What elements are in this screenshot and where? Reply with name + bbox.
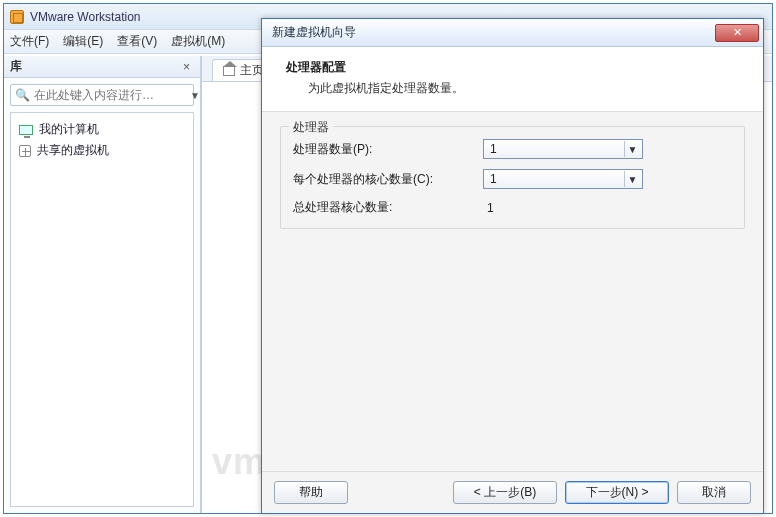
chevron-down-icon: ▼ (624, 171, 640, 187)
chevron-down-icon: ▼ (624, 141, 640, 157)
next-button[interactable]: 下一步(N) > (565, 481, 669, 504)
dialog-body: 处理器 处理器数量(P): 1 ▼ 每个处理器的核心数量(C): 1 ▼ 总处理… (262, 112, 763, 229)
dialog-titlebar[interactable]: 新建虚拟机向导 ✕ (262, 19, 763, 47)
shared-icon (19, 145, 31, 157)
processor-groupbox: 处理器 处理器数量(P): 1 ▼ 每个处理器的核心数量(C): 1 ▼ 总处理… (280, 126, 745, 229)
sidebar-tree[interactable]: 我的计算机 共享的虚拟机 (10, 112, 194, 507)
dialog-header-title: 处理器配置 (280, 59, 745, 76)
sidebar: 库 × 🔍 ▼ 我的计算机 共享的虚拟机 (4, 56, 201, 513)
help-button[interactable]: 帮助 (274, 481, 348, 504)
cores-per-processor-value: 1 (490, 172, 497, 186)
processor-count-label: 处理器数量(P): (293, 141, 483, 158)
sidebar-item-my-computer[interactable]: 我的计算机 (15, 119, 189, 140)
row-total-cores: 总处理器核心数量: 1 (293, 199, 732, 216)
dialog-footer: 帮助 < 上一步(B) 下一步(N) > 取消 (262, 471, 763, 513)
sidebar-close-icon[interactable]: × (179, 60, 194, 74)
sidebar-search-wrap: 🔍 ▼ (4, 78, 200, 112)
menu-edit[interactable]: 编辑(E) (63, 33, 103, 50)
total-cores-value: 1 (483, 201, 494, 215)
dialog-header-subtitle: 为此虚拟机指定处理器数量。 (280, 80, 745, 97)
menu-view[interactable]: 查看(V) (117, 33, 157, 50)
sidebar-item-shared-vms[interactable]: 共享的虚拟机 (15, 140, 189, 161)
back-button[interactable]: < 上一步(B) (453, 481, 557, 504)
new-vm-wizard-dialog: 新建虚拟机向导 ✕ 处理器配置 为此虚拟机指定处理器数量。 处理器 处理器数量(… (261, 18, 764, 514)
main-window-title: VMware Workstation (30, 10, 140, 24)
dialog-close-button[interactable]: ✕ (715, 24, 759, 42)
sidebar-item-label: 我的计算机 (39, 121, 99, 138)
dialog-title: 新建虚拟机向导 (272, 24, 356, 41)
cores-per-processor-combo[interactable]: 1 ▼ (483, 169, 643, 189)
monitor-icon (19, 125, 33, 135)
total-cores-label: 总处理器核心数量: (293, 199, 483, 216)
sidebar-header: 库 × (4, 56, 200, 78)
search-icon: 🔍 (15, 88, 32, 102)
sidebar-title: 库 (10, 58, 22, 75)
row-processor-count: 处理器数量(P): 1 ▼ (293, 139, 732, 159)
sidebar-item-label: 共享的虚拟机 (37, 142, 109, 159)
processor-count-combo[interactable]: 1 ▼ (483, 139, 643, 159)
menu-file[interactable]: 文件(F) (10, 33, 49, 50)
menu-vm[interactable]: 虚拟机(M) (171, 33, 225, 50)
home-icon (223, 66, 235, 76)
watermark-text: vm (212, 441, 266, 483)
search-dropdown-icon[interactable]: ▼ (186, 90, 200, 101)
vmware-app-icon (10, 10, 24, 24)
search-input[interactable] (32, 87, 186, 103)
row-cores-per-processor: 每个处理器的核心数量(C): 1 ▼ (293, 169, 732, 189)
cores-per-processor-label: 每个处理器的核心数量(C): (293, 171, 483, 188)
sidebar-searchbox[interactable]: 🔍 ▼ (10, 84, 194, 106)
processor-count-value: 1 (490, 142, 497, 156)
cancel-button[interactable]: 取消 (677, 481, 751, 504)
dialog-header: 处理器配置 为此虚拟机指定处理器数量。 (262, 47, 763, 112)
groupbox-legend: 处理器 (289, 119, 333, 136)
